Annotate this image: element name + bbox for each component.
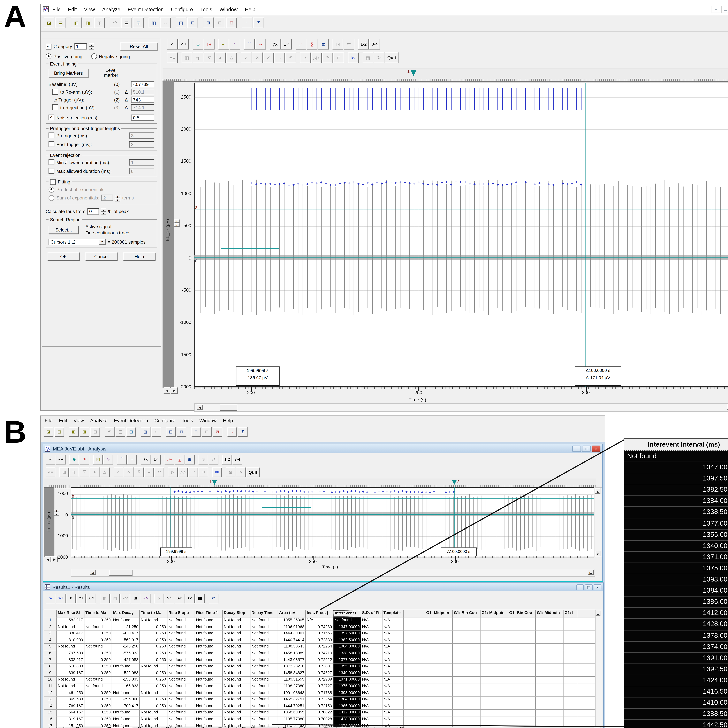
tab-basic-stats[interactable]: Basic Stats [196,726,237,728]
quit-button[interactable]: Quit [246,467,260,477]
column-header[interactable]: S.D. of Fit [361,610,382,617]
restore-button[interactable]: ❏ [585,584,593,590]
cursor1-marker[interactable] [212,480,217,485]
minimize-button[interactable]: – [572,445,581,452]
autocorrelation-icon[interactable]: Ac [175,593,185,603]
table-row[interactable]: 1582.9170.250Not foundNot foundNot found… [44,617,595,624]
analysis-window-titlebar[interactable]: MEA JoVE.abf - Analysis – □ ✕ [43,444,603,453]
restore-axes-icon[interactable]: ◳ [80,455,89,465]
run-macro-icon[interactable]: ⊠ [213,427,222,437]
column-header[interactable]: G1: Midpoin [480,610,508,617]
function-icon[interactable]: ƒx [141,455,151,465]
table-row[interactable]: 7832.9170.250-427.0830.250Not foundNot f… [44,657,595,664]
tile-horizontal-icon[interactable]: ⊟ [177,427,187,437]
restore-button[interactable]: ❏ [721,6,728,13]
event-viewer-icon[interactable]: ∿ [227,427,237,437]
arithmetic-icon[interactable]: ±× [281,39,292,49]
baseline-input[interactable]: -0.7739 [131,81,154,87]
ok-button[interactable]: OK [47,252,80,260]
spin-up-icon[interactable]: ▲ [115,194,120,198]
minimize-button[interactable]: – [576,584,584,590]
table-row[interactable]: 16319.1670.250Not foundNot foundNot foun… [44,716,595,723]
positive-going-radio[interactable] [46,54,51,59]
event-marks-icon[interactable]: ↓∿ [295,39,306,49]
table-row[interactable]: 2Not foundNot found-121.2500.250Not foun… [44,624,595,630]
menu-analyze[interactable]: Analyze [90,418,108,423]
arithmetic-icon[interactable]: ±× [151,455,161,465]
trace-select-icon[interactable]: ∿ [229,39,240,49]
menu-help[interactable]: Help [245,6,255,12]
open-data-icon[interactable]: ◪ [44,17,54,28]
print-icon[interactable]: ▤ [115,427,125,437]
menu-help[interactable]: Help [223,418,233,423]
table-row[interactable]: 9839.1670.250-522.0830.250Not foundNot f… [44,670,595,677]
xy-column-icon[interactable]: X·Y [86,593,96,603]
event-viewer-icon[interactable]: ∿ [242,17,252,28]
tab-bursts[interactable]: Bursts [133,726,160,728]
scroll-right-icon[interactable]: ▶ [727,404,728,410]
noise-rejection-checkbox[interactable]: ✓ [49,115,54,121]
scroll-up-icon[interactable]: ▲ [595,488,601,494]
y-column-icon[interactable]: Y+ [76,593,86,603]
compare-traces-icon[interactable]: ⋈ [348,52,359,63]
column-header[interactable]: Time to Ma [84,610,112,617]
menu-edit[interactable]: Edit [59,418,67,423]
restore-axes-icon[interactable]: ◳ [204,39,214,49]
column-header[interactable]: Interevent I [333,610,361,617]
menu-configure[interactable]: Configure [171,6,193,12]
noise-rejection-input[interactable]: 0.5 [131,115,154,121]
event-table-icon[interactable]: ▦ [318,39,329,49]
sum-events-icon[interactable]: ∑ [175,455,185,465]
histogram-view-icon[interactable]: ⌒ [244,39,255,49]
accept-event-icon[interactable]: ✓ [46,455,55,465]
maximize-button[interactable]: □ [582,445,591,452]
tab-cursors[interactable]: Cursors [71,726,102,728]
append-plot-icon[interactable]: »∿ [141,593,151,603]
scroll-right-icon[interactable]: ▶ [588,570,593,575]
sheet-nav-next-icon[interactable]: ▶ [57,726,63,728]
lock-cursors-12-icon[interactable]: 1·2 [222,455,232,465]
open-analysis-icon[interactable]: ▤ [54,427,64,437]
table-row[interactable]: 10Not foundNot found-153.3330.250Not fou… [44,677,595,683]
histogram-icon[interactable]: ▮▮ [195,593,205,603]
window-list-icon[interactable]: ⊞ [203,17,213,28]
plot-graph-icon[interactable]: ∿ [46,593,55,603]
results-sheet-icon[interactable]: ∑ [253,17,264,28]
menu-file[interactable]: File [45,418,52,423]
spin-up-icon[interactable]: ▲ [89,43,94,46]
rearm-checkbox[interactable] [52,89,58,95]
scroll-down-icon[interactable]: ▼ [595,551,601,556]
tab-scroll-left-icon[interactable]: ◀ [340,727,346,728]
table-row[interactable]: 4810.0000.250-562.9170.250Not foundNot f… [44,637,595,644]
folder-export-icon[interactable]: ◨ [80,427,89,437]
spin-down-icon[interactable]: ▼ [89,46,94,50]
scrollbar-thumb[interactable] [220,404,237,411]
category-input[interactable]: 1 [74,43,87,49]
event-table-icon[interactable]: ▦ [185,455,195,465]
pretrigger-checkbox[interactable] [49,133,54,138]
table-row[interactable]: 12461.2500.250Not foundNot foundNot foun… [44,690,595,697]
menu-analyze[interactable]: Analyze [102,6,121,12]
tab-fit-params[interactable]: Fit Params [237,726,277,728]
sum-events-icon[interactable]: ∑ [307,39,317,49]
cursor-ruler-b[interactable]: 1 2 [44,479,596,488]
help-button[interactable]: Help [123,252,155,260]
accept-event-icon[interactable]: ✓ [167,39,177,49]
table-row[interactable]: 5Not foundNot found-146.2500.250Not foun… [44,644,595,650]
column-header[interactable] [404,610,425,617]
page-left-icon[interactable]: ◀ [164,387,170,393]
negative-going-radio[interactable] [91,54,97,59]
column-header[interactable]: G1: Midpoin [425,610,453,617]
menu-window[interactable]: Window [219,6,238,12]
cursor-ruler-a[interactable]: 1 2 [163,68,728,81]
spin-down-icon[interactable]: ▼ [101,211,106,215]
peak-view-icon[interactable]: ⌣ [255,39,266,49]
waveform-icon[interactable]: ∿∿ [165,593,174,603]
accept-add-icon[interactable]: ✓+ [178,39,189,49]
max-duration-checkbox[interactable] [49,168,54,174]
cancel-button[interactable]: Cancel [86,252,118,260]
folder-export-icon[interactable]: ◨ [83,17,93,28]
column-header[interactable]: Time to Ma [140,610,167,617]
tab-events[interactable]: Events [103,726,133,728]
table-row[interactable]: 6797.5000.250-575.8330.250Not foundNot f… [44,650,595,657]
